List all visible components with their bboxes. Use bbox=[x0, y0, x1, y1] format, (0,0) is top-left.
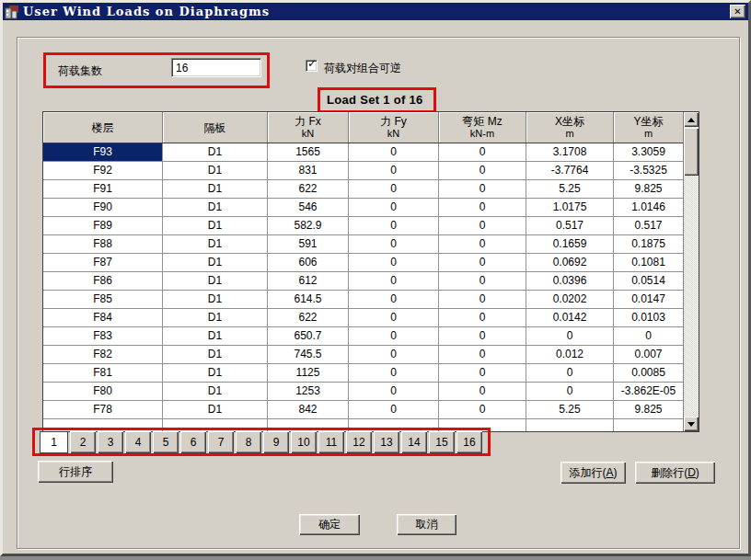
load-set-tab-3[interactable]: 3 bbox=[98, 431, 123, 453]
ok-button[interactable]: 确定 bbox=[299, 514, 360, 535]
table-cell[interactable]: 0.0142 bbox=[526, 309, 614, 327]
table-cell[interactable]: 745.5 bbox=[268, 346, 349, 364]
table-cell[interactable]: D1 bbox=[163, 254, 268, 272]
table-cell[interactable]: 0.0396 bbox=[526, 272, 614, 291]
table-cell[interactable]: -3.862E-05 bbox=[614, 383, 684, 401]
table-row[interactable]: F82D1745.5000.0120.007 bbox=[43, 346, 684, 364]
table-cell[interactable]: 582.9 bbox=[268, 217, 349, 235]
table-cell[interactable]: F92 bbox=[43, 162, 163, 180]
table-cell[interactable]: D1 bbox=[163, 401, 268, 419]
vertical-scrollbar[interactable] bbox=[683, 112, 699, 431]
table-cell[interactable]: 0 bbox=[349, 199, 439, 217]
table-cell[interactable]: 3.3059 bbox=[614, 143, 684, 162]
load-set-tab-10[interactable]: 10 bbox=[291, 431, 317, 453]
table-cell[interactable] bbox=[526, 419, 614, 432]
table-cell[interactable]: F93 bbox=[43, 143, 163, 162]
table-cell[interactable]: F85 bbox=[43, 291, 163, 309]
table-cell[interactable]: 0 bbox=[349, 254, 439, 272]
table-cell[interactable]: 0 bbox=[439, 383, 526, 401]
table-cell[interactable]: 1565 bbox=[268, 143, 349, 162]
table-cell[interactable]: 0 bbox=[614, 327, 684, 346]
table-cell[interactable]: 0 bbox=[439, 346, 526, 364]
table-cell[interactable]: 546 bbox=[268, 199, 349, 217]
table-cell[interactable]: 0 bbox=[439, 235, 526, 254]
table-cell[interactable]: 0.0692 bbox=[526, 254, 614, 272]
table-cell[interactable]: 0 bbox=[349, 180, 439, 199]
table-cell[interactable]: 0 bbox=[349, 291, 439, 309]
table-cell[interactable] bbox=[614, 419, 684, 432]
table-cell[interactable]: 0.0514 bbox=[614, 272, 684, 291]
table-cell[interactable]: D1 bbox=[163, 309, 268, 327]
table-cell[interactable]: 0.007 bbox=[614, 346, 684, 364]
table-cell[interactable]: F82 bbox=[43, 346, 163, 364]
table-cell[interactable]: F78 bbox=[43, 401, 163, 419]
row-sort-button[interactable]: 行排序 bbox=[38, 461, 113, 483]
table-cell[interactable]: 612 bbox=[268, 272, 349, 291]
table-row[interactable]: F87D1606000.06920.1081 bbox=[43, 254, 684, 272]
table-row[interactable]: F92D183100-3.7764-3.5325 bbox=[43, 162, 684, 180]
table-cell[interactable]: 9.825 bbox=[614, 401, 684, 419]
table-cell[interactable]: 0 bbox=[439, 217, 526, 235]
table-cell[interactable]: 0 bbox=[439, 162, 526, 180]
table-cell[interactable]: 0.517 bbox=[526, 217, 614, 235]
table-cell[interactable]: 0 bbox=[439, 401, 526, 419]
table-cell[interactable]: D1 bbox=[163, 180, 268, 199]
table-cell[interactable]: 650.7 bbox=[268, 327, 349, 346]
table-cell[interactable]: D1 bbox=[163, 327, 268, 346]
table-row[interactable]: F85D1614.5000.02020.0147 bbox=[43, 291, 684, 309]
table-cell[interactable]: D1 bbox=[163, 199, 268, 217]
table-cell[interactable]: D1 bbox=[163, 272, 268, 291]
table-cell[interactable]: 614.5 bbox=[268, 291, 349, 309]
load-set-tab-6[interactable]: 6 bbox=[180, 431, 206, 453]
table-cell[interactable]: F88 bbox=[43, 235, 163, 254]
table-cell[interactable]: 831 bbox=[268, 162, 349, 180]
table-row[interactable]: F89D1582.9000.5170.517 bbox=[43, 217, 684, 235]
table-row[interactable]: F78D1842005.259.825 bbox=[43, 401, 684, 419]
table-cell[interactable]: 0 bbox=[349, 383, 439, 401]
table-cell[interactable]: F83 bbox=[43, 327, 163, 346]
table-cell[interactable]: 0 bbox=[349, 235, 439, 254]
table-cell[interactable]: 5.25 bbox=[526, 180, 614, 199]
table-cell[interactable]: 0.1081 bbox=[614, 254, 684, 272]
table-cell[interactable]: F86 bbox=[43, 272, 163, 291]
table-cell[interactable]: D1 bbox=[163, 217, 268, 235]
table-cell[interactable]: 0 bbox=[349, 143, 439, 162]
load-set-tab-14[interactable]: 14 bbox=[401, 431, 427, 453]
table-row[interactable]: F80D11253000-3.862E-05 bbox=[43, 383, 684, 401]
table-cell[interactable]: 0 bbox=[349, 309, 439, 327]
table-cell[interactable]: D1 bbox=[163, 383, 268, 401]
table-cell[interactable]: 0 bbox=[439, 143, 526, 162]
load-set-tab-4[interactable]: 4 bbox=[125, 431, 151, 453]
table-cell[interactable]: 0 bbox=[439, 309, 526, 327]
table-row[interactable]: F83D1650.70000 bbox=[43, 327, 684, 346]
table-row[interactable]: F88D1591000.16590.1875 bbox=[43, 235, 684, 254]
table-cell[interactable]: -3.7764 bbox=[526, 162, 614, 180]
table-cell[interactable]: D1 bbox=[163, 346, 268, 364]
table-cell[interactable]: F87 bbox=[43, 254, 163, 272]
table-cell[interactable]: 0 bbox=[439, 291, 526, 309]
load-set-tab-11[interactable]: 11 bbox=[318, 431, 344, 453]
table-cell[interactable]: 0.012 bbox=[526, 346, 614, 364]
table-cell[interactable]: 0.0202 bbox=[526, 291, 614, 309]
table-cell[interactable]: 0 bbox=[349, 162, 439, 180]
table-cell[interactable]: F91 bbox=[43, 180, 163, 199]
table-cell[interactable]: -3.5325 bbox=[614, 162, 684, 180]
table-cell[interactable]: 606 bbox=[268, 254, 349, 272]
table-cell[interactable]: D1 bbox=[163, 291, 268, 309]
load-set-tab-13[interactable]: 13 bbox=[374, 431, 399, 453]
table-cell[interactable]: D1 bbox=[163, 143, 268, 162]
table-cell[interactable]: 0 bbox=[526, 383, 614, 401]
table-cell[interactable]: D1 bbox=[163, 364, 268, 383]
load-set-tab-16[interactable]: 16 bbox=[456, 431, 482, 453]
table-cell[interactable]: 622 bbox=[268, 309, 349, 327]
table-row[interactable]: F81D111250000.0085 bbox=[43, 364, 684, 383]
table-cell[interactable]: 0 bbox=[349, 346, 439, 364]
table-cell[interactable]: 622 bbox=[268, 180, 349, 199]
table-cell[interactable]: D1 bbox=[163, 162, 268, 180]
table-cell[interactable]: F90 bbox=[43, 199, 163, 217]
cancel-button[interactable]: 取消 bbox=[397, 514, 456, 535]
table-cell[interactable]: 0 bbox=[349, 401, 439, 419]
load-set-tab-7[interactable]: 7 bbox=[208, 431, 234, 453]
table-cell[interactable]: 0 bbox=[439, 364, 526, 383]
table-cell[interactable]: 0 bbox=[349, 272, 439, 291]
